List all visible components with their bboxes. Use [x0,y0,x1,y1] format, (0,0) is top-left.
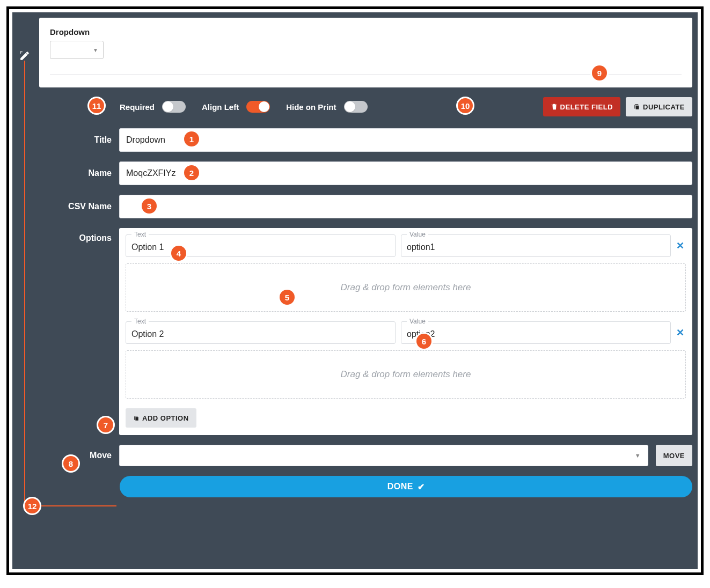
option-value-float-label: Value [407,231,428,238]
option-value-input[interactable] [407,329,665,339]
hide-on-print-toggle-label: Hide on Print [286,102,336,112]
remove-option-button[interactable]: ✕ [676,241,686,251]
annotation-callout: 12 [23,497,41,515]
trash-icon [551,103,558,111]
option-text-input[interactable] [131,242,390,252]
required-toggle-label: Required [120,102,155,112]
options-label: Options [39,228,112,243]
delete-field-button[interactable]: DELETE FIELD [543,97,620,116]
csv-name-label: CSV Name [39,202,112,211]
preview-title: Dropdown [50,27,682,36]
option-text-field: Text [126,321,396,344]
pencil-square-icon [19,50,30,61]
preview-divider [50,74,682,75]
option-row: Text Value ✕ [126,234,686,257]
align-left-toggle-label: Align Left [202,102,239,112]
check-icon: ✔ [418,482,425,492]
field-settings-toolbar: Required Align Left Hide on Print DELETE… [120,97,692,116]
options-row: Options Text Value ✕ Dra [39,228,692,435]
title-row: Title [39,128,692,152]
title-input[interactable] [119,128,692,152]
required-toggle[interactable] [162,101,186,113]
move-row: Move ▼ MOVE [39,445,692,466]
hide-on-print-toggle[interactable] [344,101,368,113]
csv-name-input[interactable] [119,195,692,218]
field-preview-card: Dropdown ▼ [39,18,692,87]
annotation-connector [24,61,25,506]
name-input[interactable] [119,161,692,185]
copy-icon [133,415,140,422]
move-destination-select[interactable] [119,445,648,466]
option-row: Text Value ✕ [126,321,686,344]
option-value-field: Value [401,234,671,257]
preview-dropdown[interactable] [50,41,104,59]
preview-field: ▼ [50,41,682,59]
title-label: Title [39,135,112,145]
option-text-field: Text [126,234,396,257]
copy-icon [633,103,641,111]
name-label: Name [39,168,112,178]
name-row: Name [39,161,692,185]
option-text-float-label: Text [131,231,149,238]
duplicate-field-button[interactable]: DUPLICATE [626,97,692,116]
remove-option-button[interactable]: ✕ [676,328,686,337]
align-left-toggle[interactable] [246,101,270,113]
move-label: Move [39,451,112,460]
options-editor: Text Value ✕ Drag & drop form elements h… [119,228,692,435]
option-value-input[interactable] [407,242,665,252]
edit-field-icon-button[interactable] [19,50,31,62]
field-config: Required Align Left Hide on Print DELETE… [39,87,692,504]
option-text-float-label: Text [131,318,149,325]
annotation-connector [24,505,116,506]
option-dropzone[interactable]: Drag & drop form elements here [126,350,686,399]
move-button[interactable]: MOVE [656,445,692,466]
option-text-input[interactable] [131,329,390,339]
option-value-float-label: Value [407,318,428,325]
add-option-button[interactable]: ADD OPTION [126,408,196,428]
done-button[interactable]: DONE ✔ [120,476,692,497]
option-dropzone[interactable]: Drag & drop form elements here [126,263,686,312]
csv-name-row: CSV Name [39,195,692,218]
editor-panel: Dropdown ▼ Required Align Left Hide on P… [12,12,698,569]
option-value-field: Value [401,321,671,344]
